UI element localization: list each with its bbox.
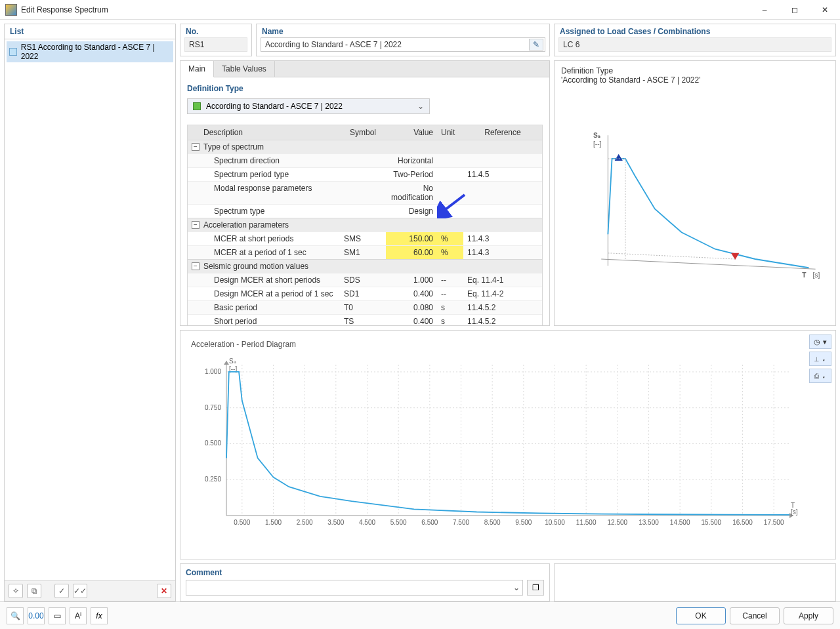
- col-reference: Reference: [463, 125, 542, 140]
- name-box: Name According to Standard - ASCE 7 | 20…: [256, 24, 550, 56]
- svg-text:[--]: [--]: [593, 140, 602, 148]
- window-title: Edit Response Spectrum: [21, 5, 108, 14]
- acceleration-period-chart: Acceleration - Period Diagram 0.2500.500…: [180, 330, 836, 559]
- ok-button[interactable]: OK: [676, 607, 726, 624]
- svg-text:3.500: 3.500: [327, 519, 344, 526]
- list-toolbar: ✧ ⧉ ✓ ✓✓ ✕: [5, 580, 175, 601]
- table-row[interactable]: Design MCER at short periodsSDS1.000--Eq…: [188, 273, 542, 287]
- col-description: Description: [188, 125, 340, 140]
- view-button[interactable]: ▭: [49, 607, 66, 624]
- new-item-button[interactable]: ✧: [9, 584, 23, 598]
- svg-marker-59: [224, 361, 229, 365]
- chart-print-button[interactable]: ⎙ ▾: [809, 369, 831, 383]
- chevron-down-icon: ⌄: [417, 102, 424, 111]
- units-button[interactable]: 0.00: [28, 607, 45, 624]
- svg-line-11: [608, 253, 735, 259]
- dialog-footer: 🔍 0.00 ▭ Aⁱ fx OK Cancel Apply: [0, 601, 840, 629]
- main-editor: Main Table Values Definition Type Accord…: [180, 60, 550, 326]
- group-type-of-spectrum[interactable]: −Type of spectrum: [188, 140, 542, 153]
- list-heading: List: [5, 24, 175, 39]
- tab-main[interactable]: Main: [180, 61, 214, 77]
- collapse-icon[interactable]: −: [192, 262, 200, 270]
- table-row[interactable]: Spectrum typeDesign: [188, 204, 542, 218]
- table-row[interactable]: Spectrum directionHorizontal: [188, 153, 542, 167]
- help-button[interactable]: 🔍: [7, 607, 24, 624]
- definition-type-select[interactable]: According to Standard - ASCE 7 | 2022 ⌄: [187, 98, 430, 114]
- check-button[interactable]: ✓: [54, 584, 69, 598]
- spectrum-color-swatch: [9, 48, 17, 56]
- assigned-box: Assigned to Load Cases / Combinations LC…: [554, 24, 836, 56]
- name-value: According to Standard - ASCE 7 | 2022: [265, 40, 402, 49]
- collapse-icon[interactable]: −: [192, 221, 200, 229]
- no-value: RS1: [184, 37, 247, 52]
- preview-deftype-label: Definition Type: [561, 66, 829, 75]
- rename-button[interactable]: ✎: [529, 39, 543, 51]
- table-row[interactable]: MCER at short periodsSMS150.00%11.4.3: [188, 232, 542, 245]
- svg-text:0.500: 0.500: [234, 519, 250, 526]
- svg-text:1.500: 1.500: [265, 519, 282, 526]
- svg-text:13.500: 13.500: [639, 519, 659, 526]
- table-row[interactable]: MCER at a period of 1 secSM160.00%11.4.3: [188, 245, 542, 259]
- table-row[interactable]: Spectrum period typeTwo-Period11.4.5: [188, 167, 542, 181]
- list-item[interactable]: RS1 According to Standard - ASCE 7 | 202…: [7, 41, 173, 62]
- delete-item-button[interactable]: ✕: [157, 584, 171, 598]
- collapse-icon[interactable]: −: [192, 143, 200, 151]
- svg-text:[s]: [s]: [791, 508, 798, 516]
- definition-type-title: Definition Type: [187, 83, 543, 94]
- svg-text:9.500: 9.500: [515, 519, 532, 526]
- apply-button[interactable]: Apply: [784, 607, 833, 624]
- cancel-button[interactable]: Cancel: [730, 607, 780, 624]
- svg-text:7.500: 7.500: [453, 519, 469, 526]
- col-unit: Unit: [437, 125, 463, 140]
- svg-text:2.500: 2.500: [297, 519, 313, 526]
- maximize-button[interactable]: ◻: [780, 0, 810, 20]
- chart-title: Acceleration - Period Diagram: [191, 340, 803, 349]
- name-label: Name: [257, 24, 549, 37]
- table-row[interactable]: Design MCER at a period of 1 secSD10.400…: [188, 287, 542, 300]
- comment-input[interactable]: ⌄: [186, 580, 523, 596]
- close-button[interactable]: ✕: [810, 0, 840, 20]
- chart-zoom-button[interactable]: ◷ ▾: [809, 335, 831, 349]
- check-all-button[interactable]: ✓✓: [73, 584, 87, 598]
- assigned-label: Assigned to Load Cases / Combinations: [555, 24, 835, 37]
- app-icon: [5, 4, 17, 16]
- svg-text:0.250: 0.250: [205, 476, 221, 483]
- svg-text:8.500: 8.500: [484, 519, 501, 526]
- svg-text:17.500: 17.500: [764, 519, 784, 526]
- parameter-table: Description Symbol Value Unit Reference …: [187, 125, 543, 325]
- tab-table-values[interactable]: Table Values: [214, 61, 275, 77]
- definition-type-value: According to Standard - ASCE 7 | 2022: [206, 102, 343, 111]
- name-input[interactable]: According to Standard - ASCE 7 | 2022 ✎: [261, 37, 545, 52]
- assigned-value: LC 6: [558, 37, 831, 52]
- svg-text:14.500: 14.500: [670, 519, 690, 526]
- tabstrip: Main Table Values: [180, 61, 549, 77]
- comment-edit-button[interactable]: ❐: [527, 580, 544, 596]
- preview-panel: Definition Type 'According to Standard -…: [554, 60, 836, 326]
- list-body: RS1 According to Standard - ASCE 7 | 202…: [5, 39, 175, 580]
- svg-text:0.750: 0.750: [205, 404, 221, 411]
- table-row[interactable]: Modal response parametersNo modification: [188, 181, 542, 204]
- group-acceleration-parameters[interactable]: −Acceleration parameters: [188, 218, 542, 232]
- col-value: Value: [386, 125, 437, 140]
- chart-axes-button[interactable]: ⟂ ▾: [809, 352, 831, 366]
- minimize-button[interactable]: –: [749, 0, 780, 20]
- font-button[interactable]: Aⁱ: [70, 607, 87, 624]
- formula-button[interactable]: fx: [91, 607, 108, 624]
- spectrum-preview-plot: Sₐ [--] T [s]: [561, 98, 829, 320]
- svg-text:[s]: [s]: [813, 272, 820, 279]
- svg-text:1.000: 1.000: [205, 368, 221, 375]
- comment-label: Comment: [186, 567, 544, 580]
- svg-text:10.500: 10.500: [545, 519, 565, 526]
- table-row[interactable]: Short periodTS0.400s11.4.5.2: [188, 314, 542, 325]
- group-seismic-ground-motion[interactable]: −Seismic ground motion values: [188, 259, 542, 273]
- no-label: No.: [180, 24, 251, 37]
- titlebar: Edit Response Spectrum – ◻ ✕: [0, 0, 840, 20]
- table-row[interactable]: Basic periodT00.080s11.4.5.2: [188, 300, 542, 314]
- duplicate-item-button[interactable]: ⧉: [27, 584, 41, 598]
- svg-text:0.500: 0.500: [205, 439, 221, 447]
- svg-text:11.500: 11.500: [576, 519, 597, 526]
- svg-marker-7: [615, 154, 623, 161]
- svg-text:15.500: 15.500: [702, 519, 722, 526]
- table-header: Description Symbol Value Unit Reference: [188, 125, 542, 140]
- preview-deftype-value: 'According to Standard - ASCE 7 | 2022': [561, 75, 829, 85]
